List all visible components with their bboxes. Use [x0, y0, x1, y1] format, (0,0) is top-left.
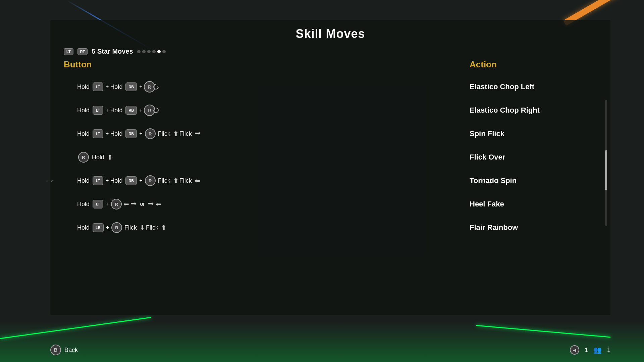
- flick-2b: Flick: [179, 130, 192, 137]
- or-text-5: or: [140, 201, 145, 207]
- flick-4a: Flick: [158, 177, 170, 184]
- r-circle-5: R: [111, 199, 122, 209]
- plus-6: +: [106, 225, 109, 231]
- arrow-up-3: ⬆: [107, 153, 113, 161]
- page-dots: [137, 50, 166, 53]
- action-name-3: Flick Over: [470, 153, 505, 162]
- hold-text-1: Hold: [77, 107, 90, 114]
- action-name-1: Elastico Chop Right: [470, 106, 540, 115]
- hold-text-6: Hold: [77, 224, 90, 231]
- button-column: Button Hold LT + Hold RB + R: [64, 59, 456, 239]
- r-circle-3: R: [78, 152, 89, 163]
- dot-6: [162, 50, 166, 53]
- lt-btn-1: LT: [93, 106, 103, 115]
- bottom-bar: B Back ◀ 1 👥 1: [50, 345, 610, 355]
- action-row-6: Flair Rainbow: [470, 216, 597, 239]
- b-button-icon: B: [50, 345, 61, 355]
- action-name-4: Tornado Spin: [470, 176, 517, 185]
- action-row-3: Flick Over: [470, 145, 597, 169]
- arrow-left-4: ⬅: [195, 177, 200, 185]
- rotate-arrow-left: [153, 83, 159, 90]
- plus-4a: +: [106, 178, 109, 184]
- category-row: LT RT 5 Star Moves: [64, 48, 597, 55]
- main-panel: Skill Moves LT RT 5 Star Moves Button Ho…: [50, 20, 610, 315]
- r-circle-2: R: [145, 128, 156, 139]
- trigger-left-btn[interactable]: LT: [64, 48, 73, 55]
- dot-1: [137, 50, 141, 53]
- r-label-1: R: [148, 108, 151, 113]
- scrollbar-thumb[interactable]: [605, 150, 607, 190]
- action-name-6: Flair Rainbow: [470, 223, 518, 232]
- plus-0b: +: [139, 84, 142, 90]
- lb-btn-6: LB: [93, 223, 104, 232]
- plus-0a: +: [106, 84, 109, 90]
- rb-btn-4: RB: [125, 176, 137, 185]
- back-label: Back: [64, 347, 78, 354]
- page-nav-btn[interactable]: ◀: [570, 345, 579, 355]
- r-circle-4: R: [145, 175, 156, 186]
- skill-row-5[interactable]: Hold LT + R ⬅ ⮕ or ⮕ ⬅: [64, 192, 456, 216]
- button-column-header: Button: [64, 59, 456, 70]
- green-line-left: [0, 317, 151, 339]
- page-title: Skill Moves: [64, 27, 597, 41]
- lt-btn-5: LT: [93, 200, 103, 208]
- arrow-up-4a: ⬆: [173, 177, 179, 185]
- skill-row-4[interactable]: → Hold LT + Hold RB + R Flick ⬆ Flick ⬅: [64, 169, 456, 192]
- r-label-0: R: [148, 84, 151, 90]
- arrow-up-6: ⬆: [161, 224, 167, 232]
- page-number: 1: [585, 347, 588, 354]
- action-name-2: Spin Flick: [470, 129, 504, 138]
- dot-5: [157, 50, 161, 53]
- arrow-left-5b: ⬅: [156, 200, 161, 208]
- svg-marker-0: [157, 85, 158, 87]
- skill-row-6[interactable]: Hold LB + R Flick ⬇ Flick ⬆: [64, 216, 456, 239]
- action-column-header: Action: [470, 59, 597, 70]
- lt-btn-0: LT: [93, 82, 103, 91]
- bottom-right-info: ◀ 1 👥 1: [570, 345, 610, 355]
- player-icon: 👥: [593, 346, 602, 354]
- svg-marker-1: [154, 109, 155, 111]
- lt-btn-2: LT: [93, 129, 103, 138]
- hold-text-5: Hold: [77, 201, 90, 208]
- skill-row-0[interactable]: Hold LT + Hold RB + R: [64, 75, 456, 99]
- plus-5: +: [106, 201, 109, 207]
- content-columns: Button Hold LT + Hold RB + R: [64, 59, 597, 239]
- rb-btn-2: RB: [125, 129, 137, 138]
- flick-4b: Flick: [179, 177, 192, 184]
- action-row-2: Spin Flick: [470, 122, 597, 145]
- action-column: Action Elastico Chop Left Elastico Chop …: [456, 59, 597, 239]
- arrow-right-2: ⮕: [195, 130, 201, 138]
- action-row-4: Tornado Spin: [470, 169, 597, 192]
- flick-6a: Flick: [124, 224, 137, 231]
- action-row-0: Elastico Chop Left: [470, 75, 597, 99]
- plus-1b: +: [139, 107, 142, 113]
- plus-1a: +: [106, 107, 109, 113]
- lt-btn-4: LT: [93, 176, 103, 185]
- selection-arrow: →: [45, 175, 55, 186]
- action-list: Elastico Chop Left Elastico Chop Right S…: [470, 75, 597, 239]
- r-circle-6: R: [111, 222, 122, 233]
- back-button[interactable]: B Back: [50, 345, 78, 355]
- trigger-right-btn[interactable]: RT: [77, 48, 88, 55]
- skill-list: Hold LT + Hold RB + R: [64, 75, 456, 239]
- skill-row-2[interactable]: Hold LT + Hold RB + R Flick ⬆ Flick ⮕: [64, 122, 456, 145]
- hold-text-4b: Hold: [110, 177, 122, 184]
- green-line-right: [476, 325, 610, 338]
- hold-text-3: Hold: [92, 154, 104, 161]
- rb-btn-1: RB: [125, 106, 137, 115]
- green-glow: [0, 322, 644, 362]
- dot-2: [142, 50, 146, 53]
- player-number: 1: [607, 347, 610, 354]
- action-row-5: Heel Fake: [470, 192, 597, 216]
- plus-2b: +: [139, 131, 142, 137]
- arrow-up-2a: ⬆: [173, 130, 179, 138]
- dot-4: [152, 50, 156, 53]
- scrollbar[interactable]: [605, 100, 607, 226]
- rotate-arrow-right: [153, 107, 159, 114]
- skill-row-3[interactable]: R Hold ⬆: [64, 145, 456, 169]
- hold-text-0: Hold: [77, 83, 90, 90]
- rb-btn-0: RB: [125, 82, 137, 91]
- arrow-down-6: ⬇: [140, 224, 145, 232]
- flick-6b: Flick: [146, 224, 158, 231]
- skill-row-1[interactable]: Hold LT + Hold RB + R: [64, 99, 456, 122]
